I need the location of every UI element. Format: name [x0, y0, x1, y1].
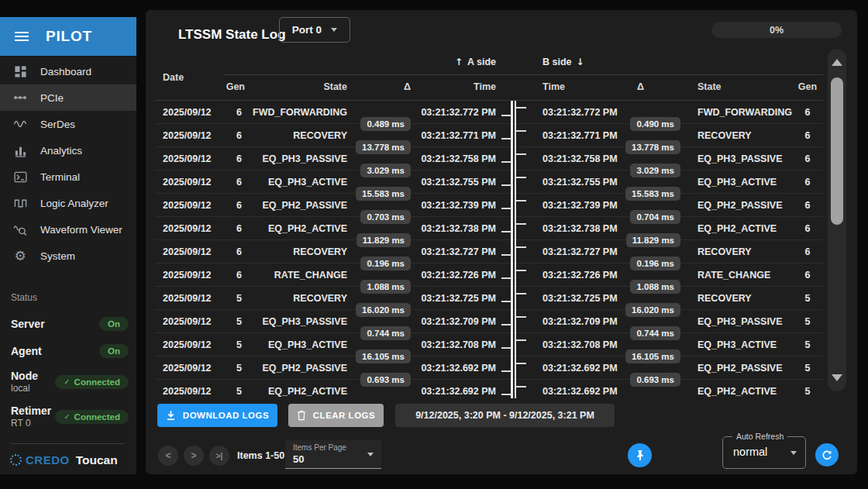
state-b-cell: EQ_PH2_ACTIVE — [682, 380, 792, 398]
next-page-button[interactable]: > — [184, 446, 204, 466]
trash-icon — [297, 410, 306, 421]
gen-b-cell: 6 — [792, 124, 823, 146]
items-range-label: Items 1-50 — [237, 450, 284, 461]
status-title: Status — [0, 292, 136, 303]
state-b-cell: EQ_PH2_ACTIVE — [682, 217, 792, 239]
gen-a-cell: 6 — [213, 101, 248, 123]
gen-a-cell: 6 — [213, 217, 248, 239]
state-a-cell: EQ_PH3_ACTIVE — [248, 333, 350, 356]
time-b-cell: 03:21:32.771 PM — [535, 124, 620, 146]
date-cell: 2025/09/12 — [155, 310, 213, 332]
vertical-scrollbar — [828, 49, 846, 391]
date-cell: 2025/09/12 — [155, 287, 213, 309]
table-row: 2025/09/126FWD_FORWARDING0.489 ms03:21:3… — [155, 101, 823, 124]
status-section: Status Server On Agent On Node local ✓Co… — [0, 292, 136, 429]
status-entry-retimer: Retimer RT 0 ✓Connected — [0, 405, 136, 429]
date-cell: 2025/09/12 — [155, 124, 213, 146]
prev-page-button[interactable]: < — [158, 446, 178, 466]
time-b-cell: 03:21:32.725 PM — [535, 287, 620, 309]
last-page-button[interactable]: >| — [209, 446, 229, 466]
gen-b-cell: 6 — [792, 240, 823, 263]
state-b-cell: EQ_PH3_ACTIVE — [682, 333, 792, 356]
status-entry-node: Node local ✓Connected — [0, 370, 136, 394]
gen-a-cell: 6 — [213, 240, 248, 263]
gen-a-cell: 6 — [213, 147, 248, 170]
gen-b-cell: 5 — [792, 310, 823, 332]
scroll-up-icon[interactable] — [832, 59, 842, 66]
table-body: 2025/09/126FWD_FORWARDING0.489 ms03:21:3… — [155, 101, 823, 398]
sidebar-item-pcie[interactable]: PCIe — [0, 84, 136, 111]
status-badge: On — [99, 317, 129, 331]
items-per-page-select[interactable]: Items Per Page 50 — [285, 440, 381, 469]
a-side-sort[interactable]: ↑A side — [155, 57, 496, 67]
delta-badge: 0.489 ms — [360, 117, 411, 131]
date-range-button[interactable]: 9/12/2025, 3:20 PM - 9/12/2025, 3:21 PM — [395, 404, 615, 427]
column-header-delta-a: Δ — [350, 81, 415, 92]
gen-b-cell: 6 — [792, 170, 823, 193]
credo-logo-icon — [9, 453, 23, 467]
column-header-gen-a: Gen — [213, 81, 248, 92]
time-b-cell: 03:21:32.727 PM — [535, 240, 620, 263]
hamburger-menu-icon[interactable] — [15, 36, 29, 37]
b-side-sort[interactable]: B side↓ — [542, 57, 589, 67]
auto-refresh-select[interactable]: Auto Refresh normal — [722, 436, 806, 469]
sidebar-item-serdes[interactable]: SerDes — [0, 111, 136, 137]
clear-logs-button[interactable]: CLEAR LOGS — [288, 404, 384, 427]
sidebar-item-waveform-viewer[interactable]: Waveform Viewer — [0, 216, 136, 243]
page: PILOT Dashboard PCIe SerDes — [0, 0, 868, 489]
delta-badge: 0.490 ms — [630, 117, 680, 131]
delta-badge: 13.778 ms — [625, 140, 680, 154]
table-row: 2025/09/126EQ_PH3_PASSIVE3.029 ms03:21:3… — [155, 147, 823, 170]
time-b-cell: 03:21:32.709 PM — [535, 310, 620, 332]
status-entry-agent: Agent On — [0, 343, 136, 360]
sidebar-item-analytics[interactable]: Analytics — [0, 137, 136, 164]
delta-badge: 11.829 ms — [626, 233, 680, 247]
progress-value: 0% — [770, 25, 784, 36]
state-b-cell: EQ_PH3_PASSIVE — [682, 147, 792, 170]
state-b-cell: RATE_CHANGE — [682, 263, 792, 286]
sidebar-item-dashboard[interactable]: Dashboard — [0, 58, 136, 84]
time-a-cell: 03:21:32.771 PM — [415, 124, 496, 146]
scrollbar-thumb[interactable] — [831, 77, 843, 225]
state-a-cell: FWD_FORWARDING — [248, 101, 350, 123]
gen-a-cell: 6 — [213, 124, 248, 146]
time-a-cell: 03:21:32.726 PM — [415, 263, 496, 286]
scroll-down-icon[interactable] — [832, 374, 842, 381]
table-row: 2025/09/126EQ_PH3_ACTIVE15.583 ms03:21:3… — [155, 170, 823, 194]
table-row: 2025/09/125EQ_PH2_PASSIVE0.693 ms03:21:3… — [155, 356, 823, 380]
delta-badge: 0.703 ms — [360, 210, 411, 224]
table-row: 2025/09/125EQ_PH3_ACTIVE16.105 ms03:21:3… — [155, 333, 823, 356]
delta-badge: 16.020 ms — [356, 303, 411, 317]
download-logs-button[interactable]: DOWNLOAD LOGS — [157, 404, 277, 427]
refresh-button[interactable] — [815, 443, 839, 467]
delta-badge: 0.693 ms — [630, 373, 680, 387]
pin-button[interactable] — [628, 443, 652, 467]
date-cell: 2025/09/12 — [155, 356, 213, 379]
status-entry-server: Server On — [0, 315, 136, 332]
delta-badge: 0.196 ms — [630, 257, 680, 270]
delta-badge: 15.583 ms — [356, 187, 411, 201]
gen-a-cell: 6 — [213, 170, 248, 193]
port-select[interactable]: Port 0 — [279, 17, 350, 43]
time-b-cell: 03:21:32.758 PM — [535, 147, 620, 170]
terminal-icon — [11, 169, 29, 184]
divider — [223, 74, 823, 75]
divider — [11, 443, 124, 444]
check-icon: ✓ — [64, 412, 70, 421]
time-b-cell: 03:21:32.692 PM — [535, 380, 620, 398]
state-b-cell: RECOVERY — [682, 287, 792, 309]
sidebar-item-terminal[interactable]: Terminal — [0, 164, 136, 190]
gen-a-cell: 5 — [213, 356, 248, 379]
sidebar-item-system[interactable]: ⚙ System — [0, 243, 136, 269]
gen-b-cell: 5 — [792, 380, 823, 398]
column-header-gen-b: Gen — [792, 81, 823, 92]
sort-down-icon: ↓ — [577, 57, 584, 67]
sidebar-item-logic-analyzer[interactable]: Logic Analyzer — [0, 190, 136, 216]
delta-badge: 0.744 ms — [360, 326, 411, 340]
time-b-cell: 03:21:32.772 PM — [535, 101, 620, 123]
gen-b-cell: 5 — [792, 356, 823, 379]
delta-badge: 3.029 ms — [360, 164, 411, 177]
time-b-cell: 03:21:32.755 PM — [535, 170, 620, 193]
time-a-cell: 03:21:32.758 PM — [415, 147, 496, 170]
time-a-cell: 03:21:32.725 PM — [415, 287, 496, 309]
